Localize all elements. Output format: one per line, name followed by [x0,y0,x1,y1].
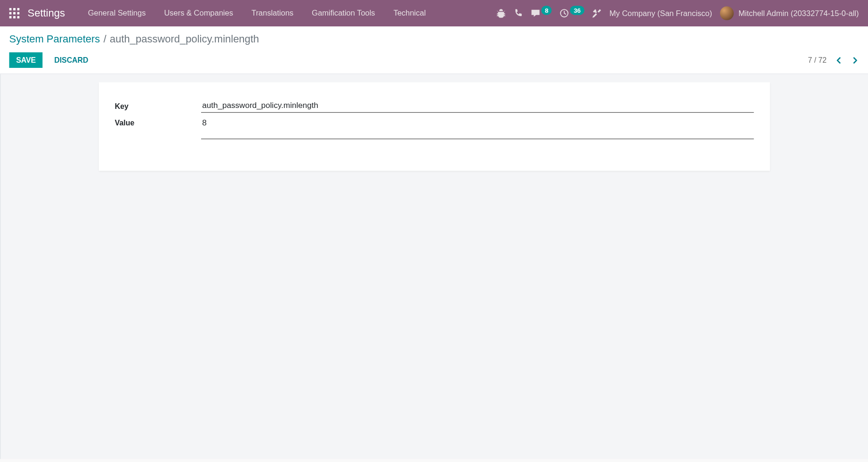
breadcrumb: System Parameters / auth_password_policy… [9,33,859,46]
messages-badge: 8 [542,6,552,15]
breadcrumb-current: auth_password_policy.minlength [110,33,259,46]
control-panel: System Parameters / auth_password_policy… [0,26,868,74]
svg-rect-3 [9,12,12,15]
user-name: Mitchell Admin (20332774-15-0-all) [738,9,859,17]
menu-users-companies[interactable]: Users & Companies [155,0,242,26]
value-label: Value [115,115,201,127]
form-sheet: Key Value [99,82,770,171]
company-switcher[interactable]: My Company (San Francisco) [609,9,712,17]
svg-rect-1 [13,8,16,10]
key-input[interactable] [201,99,754,113]
bug-icon[interactable] [497,8,506,18]
activities-badge: 36 [570,6,584,15]
app-title[interactable]: Settings [28,7,65,19]
pager-next[interactable] [851,56,859,64]
menu-gamification[interactable]: Gamification Tools [303,0,384,26]
pager: 7 / 72 [808,56,859,64]
menu-general-settings[interactable]: General Settings [79,0,155,26]
pager-prev[interactable] [835,56,843,64]
control-panel-row: Save Discard 7 / 72 [9,52,859,68]
user-menu[interactable]: Mitchell Admin (20332774-15-0-all) [720,6,859,20]
key-label: Key [115,99,201,111]
phone-icon[interactable] [514,8,523,18]
field-value-row: Value [115,115,754,141]
menu-technical[interactable]: Technical [384,0,435,26]
svg-rect-2 [17,8,20,10]
svg-rect-5 [17,12,20,15]
avatar [720,6,734,20]
pager-text[interactable]: 7 / 72 [808,56,827,64]
svg-rect-4 [13,12,16,15]
svg-rect-0 [9,8,12,10]
svg-rect-8 [17,16,20,18]
tools-icon[interactable] [592,8,601,18]
discard-button[interactable]: Discard [48,52,96,68]
messages-icon[interactable]: 8 [531,8,552,18]
main-menu: General Settings Users & Companies Trans… [79,0,435,26]
top-navbar: Settings General Settings Users & Compan… [0,0,868,26]
svg-rect-7 [13,16,16,18]
save-button[interactable]: Save [9,52,43,68]
content-area: Key Value [0,74,868,459]
breadcrumb-separator: / [104,33,106,46]
svg-rect-6 [9,16,12,18]
topnav-right: 8 36 My Company (San Francisco) Mitchell… [497,6,859,20]
field-key-row: Key [115,99,754,113]
breadcrumb-parent[interactable]: System Parameters [9,33,100,46]
value-input[interactable] [201,115,754,139]
clock-icon[interactable]: 36 [560,8,584,18]
menu-translations[interactable]: Translations [242,0,302,26]
apps-icon[interactable] [9,8,20,18]
